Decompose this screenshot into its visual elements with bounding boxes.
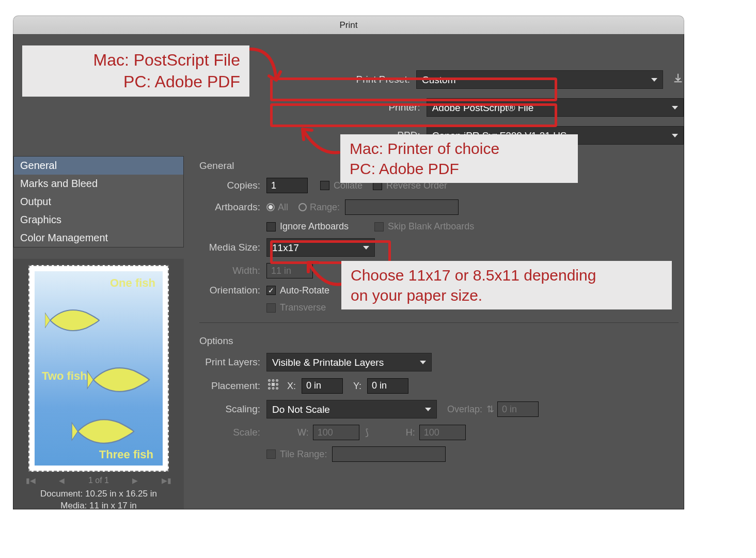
arrow-icon [295,124,346,165]
next-page-icon[interactable]: ▶ [132,476,138,485]
svg-point-0 [269,380,270,381]
transverse-checkbox[interactable] [266,303,276,313]
print-layers-label: Print Layers: [194,357,266,368]
ignore-artboards-checkbox[interactable] [266,222,276,231]
prev-page-icon[interactable]: ◀ [59,476,65,485]
print-layers-dropdown[interactable]: Visible & Printable Layers [266,353,432,371]
scaling-dropdown[interactable]: Do Not Scale [266,400,437,419]
first-page-icon[interactable]: ▮◀ [26,476,36,485]
fish-icon [71,411,138,455]
auto-rotate-checkbox[interactable] [266,286,276,295]
link-icon[interactable]: ⟆ [359,427,375,438]
preview-artwork: One fish Two fish Three fish [35,271,163,466]
skip-blank-checkbox[interactable] [374,222,384,231]
artboards-range-input[interactable] [345,199,459,215]
chevron-down-icon [651,78,657,82]
category-output[interactable]: Output [14,193,183,211]
svg-point-2 [276,380,278,381]
y-label: Y: [353,378,408,394]
media-size-label: Media Size: [194,242,266,253]
artboards-all-radio[interactable] [266,203,275,211]
arrow-icon [245,44,287,90]
scale-label: Scale: [194,427,266,438]
scale-h-input [419,425,466,440]
media-size-label-info: Media: 11 in x 17 in [20,500,178,509]
window-title: Print [340,20,358,30]
chevron-down-icon [672,106,678,110]
transverse-label: Transverse [280,302,326,313]
placement-x-input[interactable] [302,378,343,394]
placement-label: Placement: [194,380,266,392]
scale-w-input [313,425,359,440]
preview-nav: ▮◀ ◀ 1 of 1 ▶ ▶▮ [20,472,178,487]
fish-icon [86,359,153,403]
tile-range-input [332,446,446,462]
category-color-management[interactable]: Color Management [14,229,183,247]
width-label: Width: [194,265,266,276]
category-list: General Marks and Bleed Output Graphics … [13,156,184,247]
collate-checkbox[interactable] [320,181,329,190]
artboards-range-label: Range: [310,202,340,213]
svg-point-3 [269,383,270,385]
copies-label: Copies: [194,180,266,191]
divider [199,322,679,323]
svg-point-1 [272,380,274,381]
preview-text-one: One fish [110,276,155,290]
overlap-input [497,401,539,417]
svg-point-8 [276,388,278,389]
scale-h-label: H: [406,427,415,438]
artboards-label: Artboards: [194,202,266,213]
chevron-down-icon [420,361,426,364]
preview-panel: One fish Two fish Three fish [13,259,184,509]
scale-w-label: W: [297,427,309,438]
tile-range-label: Tile Range: [280,449,327,460]
tile-range-checkbox [266,450,276,459]
svg-rect-4 [272,383,274,385]
artboards-range-radio[interactable] [298,203,307,211]
page-indicator: 1 of 1 [88,476,109,485]
chevron-down-icon [425,408,431,411]
preview-text-two: Two fish [42,369,87,383]
annotation-media-size-hint: Choose 11x17 or 8.5x11 depending on your… [341,261,672,309]
x-label: X: [287,378,343,394]
options-heading: Options [199,335,684,347]
category-graphics[interactable]: Graphics [14,211,183,229]
window-titlebar: Print [13,16,684,34]
annotation-printer-hint: Mac: PostScript File PC: Adobe PDF [22,45,249,97]
overlap-label: Overlap: [447,404,482,415]
copies-input[interactable] [266,178,308,193]
save-preset-icon[interactable] [672,72,684,87]
placement-y-input[interactable] [367,378,408,394]
ignore-artboards-label: Ignore Artboards [280,221,349,232]
orientation-label: Orientation: [194,285,266,296]
highlight-printer [270,78,557,101]
print-layers-value: Visible & Printable Layers [272,357,384,368]
overlap-stepper-icon: ⇅ [486,404,494,415]
svg-point-5 [276,383,278,385]
svg-point-7 [272,388,274,389]
svg-point-6 [269,388,270,389]
scaling-value: Do Not Scale [272,404,330,415]
skip-blank-label: Skip Blank Artboards [388,221,474,232]
fish-icon [45,302,102,341]
placement-grid-icon[interactable] [266,378,280,394]
category-general[interactable]: General [14,157,183,175]
annotation-ppd-hint: Mac: Printer of choice PC: Adobe PDF [340,134,578,183]
scaling-label: Scaling: [194,404,266,415]
chevron-down-icon [672,134,678,137]
last-page-icon[interactable]: ▶▮ [162,476,171,485]
artboards-all-label: All [278,202,288,213]
preview-page: One fish Two fish Three fish [28,265,169,472]
category-marks-and-bleed[interactable]: Marks and Bleed [14,175,183,193]
document-size-label: Document: 10.25 in x 16.25 in [20,488,178,500]
